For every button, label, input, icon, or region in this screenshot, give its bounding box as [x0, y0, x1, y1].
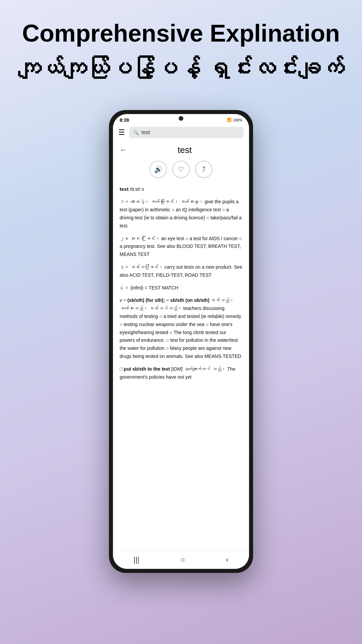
- phone-screen: 8:39 📶 100% ☰ 🔍 test ← test: [113, 114, 249, 569]
- phone-notch: [179, 116, 183, 121]
- back-button[interactable]: ←: [120, 146, 127, 154]
- definition-4: ၄။ (infml) = TEST MATCH: [120, 284, 242, 292]
- search-query: test: [141, 129, 150, 136]
- share-button[interactable]: ⤴: [195, 161, 213, 178]
- def2-myanmar: ဆေးစစ် ခြင်း၊: [130, 236, 160, 241]
- status-time: 8:39: [120, 117, 129, 123]
- definition-3: ၃။ စမ်းသပ်ခြင်း၊ carry out tests on a ne…: [120, 263, 242, 279]
- def1-num: ၁။: [120, 199, 130, 204]
- status-battery-text: 100%: [233, 118, 242, 122]
- defv-pos: v: [120, 298, 122, 303]
- definition-idm: □ put sb/sth to the test [IDM] မှတ်ကျောက…: [120, 365, 242, 381]
- word-entry-line: test /tɛst/ n: [120, 185, 242, 194]
- nav-home-button[interactable]: ○: [180, 555, 185, 564]
- page-header: Comprehensive Explination ကျယ်ကျယ်ပြန့်ပ…: [0, 0, 362, 90]
- status-signal-icon: 📶: [227, 118, 232, 122]
- title-myanmar: ကျယ်ကျယ်ပြန့်ပြန့် ရှင်းလင်းချက်: [0, 53, 362, 83]
- search-bar-row: ☰ 🔍 test: [113, 125, 249, 142]
- nav-recent-button[interactable]: |||: [133, 555, 139, 564]
- action-buttons: 🔊 ♡ ⤴: [120, 161, 242, 178]
- nav-back-button[interactable]: ‹: [226, 555, 228, 564]
- def3-myanmar: စမ်းသပ်ခြင်း၊: [130, 264, 163, 270]
- defv-english: teachers discussing methods of testing ○…: [120, 306, 241, 359]
- idm-phrase: put sb/sth to the test [IDM]: [124, 366, 184, 372]
- word-headword: test: [120, 186, 129, 192]
- defv-pattern: ~ (sb/sth) (for sth); ~ sb/sth (on sb/st…: [123, 298, 211, 303]
- definition-1: ၁။ စာမေးပွဲ၊ စစ်ဆေးခြင်း၊ စစ်ဆေးမှု၊ giv…: [120, 198, 242, 230]
- favorite-button[interactable]: ♡: [172, 161, 190, 178]
- phone-mockup: 8:39 📶 100% ☰ 🔍 test ← test: [0, 110, 362, 573]
- word-title: test: [127, 145, 242, 155]
- definition-2: ၂။ ဆေးစစ် ခြင်း၊ an eye test ○ a test fo…: [120, 235, 242, 259]
- content-area[interactable]: ← test 🔊 ♡ ⤴ test /tɛst/ n ၁။: [113, 142, 249, 550]
- search-box[interactable]: 🔍 test: [129, 127, 244, 138]
- word-pos: n: [141, 186, 144, 192]
- def4-myanmar: (infml) = TEST MATCH: [130, 285, 178, 290]
- audio-button[interactable]: 🔊: [149, 161, 167, 178]
- bottom-nav: ||| ○ ‹: [113, 550, 249, 569]
- word-header: ← test: [120, 142, 242, 161]
- phone-frame: 8:39 📶 100% ☰ 🔍 test ← test: [109, 110, 253, 573]
- search-icon: 🔍: [133, 130, 139, 135]
- idm-myanmar: မှတ်ကျောက်တင် သည်၊: [184, 366, 226, 372]
- def4-num: ၄။: [120, 285, 130, 290]
- definition-v: v ~ (sb/sth) (for sth); ~ sb/sth (on sb/…: [120, 297, 242, 360]
- word-phonetic: /tɛst/: [130, 186, 141, 192]
- menu-icon[interactable]: ☰: [118, 128, 125, 137]
- title-english: Comprehensive Explination: [0, 20, 362, 47]
- def3-num: ၃။: [120, 264, 130, 270]
- def1-myanmar: စာမေးပွဲ၊ စစ်ဆေးခြင်း၊ စစ်ဆေးမှု၊: [130, 199, 203, 204]
- idm-marker: □: [120, 366, 124, 372]
- status-icons: 📶 100%: [227, 118, 242, 122]
- def2-num: ၂။: [120, 236, 130, 241]
